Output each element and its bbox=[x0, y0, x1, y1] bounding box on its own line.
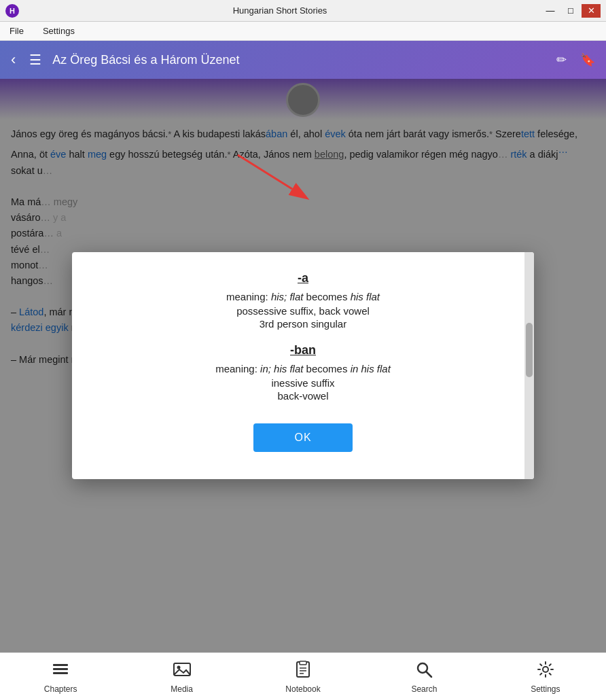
svg-rect-2 bbox=[53, 664, 68, 666]
chapters-icon bbox=[51, 660, 70, 682]
menu-bar: File Settings bbox=[0, 22, 606, 41]
meaning-a-word: his; flat bbox=[271, 291, 304, 302]
nav-search-label: Search bbox=[411, 684, 437, 694]
notebook-icon bbox=[293, 660, 313, 682]
svg-point-14 bbox=[543, 667, 548, 672]
nav-search[interactable]: Search bbox=[363, 656, 484, 698]
menu-file[interactable]: File bbox=[5, 24, 28, 37]
nav-settings-label: Settings bbox=[531, 684, 560, 694]
window-title: Hungarian Short Stories bbox=[19, 5, 541, 16]
desc-ban-2: back-vowel bbox=[99, 390, 507, 402]
search-icon bbox=[414, 660, 433, 682]
annotation-arrow bbox=[231, 148, 313, 203]
app-toolbar: ‹ ☰ Az Öreg Bácsi és a Három Üzenet ✏ 🔖 bbox=[0, 41, 606, 79]
svg-line-13 bbox=[426, 671, 431, 677]
pencil-icon[interactable]: ✏ bbox=[554, 50, 569, 70]
suffix-ban: -ban bbox=[99, 343, 507, 357]
meaning-ban-word: in; his flat bbox=[260, 363, 303, 374]
svg-rect-8 bbox=[300, 661, 306, 665]
nav-notebook[interactable]: Notebook bbox=[243, 656, 363, 698]
settings-icon bbox=[536, 660, 555, 682]
suffix-a: -a bbox=[99, 271, 507, 285]
close-button[interactable]: ✕ bbox=[582, 4, 601, 18]
svg-point-6 bbox=[177, 665, 180, 669]
back-button[interactable]: ‹ bbox=[8, 48, 18, 71]
title-bar: H Hungarian Short Stories — □ ✕ bbox=[0, 0, 606, 22]
nav-chapters[interactable]: Chapters bbox=[0, 656, 121, 698]
nav-settings[interactable]: Settings bbox=[485, 656, 606, 698]
hamburger-icon[interactable]: ☰ bbox=[26, 49, 44, 71]
bookmark-icon[interactable]: 🔖 bbox=[577, 50, 598, 70]
nav-media-label: Media bbox=[171, 684, 193, 694]
dialog-section-ban: -ban meaning: in; his flat becomes in hi… bbox=[99, 343, 507, 402]
desc-a-2: 3rd person singular bbox=[99, 318, 507, 330]
dialog-section-a: -a meaning: his; flat becomes his flat p… bbox=[99, 271, 507, 330]
svg-rect-5 bbox=[174, 663, 190, 676]
scrollbar-thumb[interactable] bbox=[526, 323, 533, 377]
maximize-button[interactable]: □ bbox=[561, 4, 580, 18]
window-controls: — □ ✕ bbox=[541, 4, 601, 18]
nav-chapters-label: Chapters bbox=[44, 684, 77, 694]
grammar-dialog: -a meaning: his; flat becomes his flat p… bbox=[72, 252, 534, 479]
menu-settings[interactable]: Settings bbox=[39, 24, 79, 37]
svg-line-1 bbox=[238, 155, 292, 189]
content-area: János egy öreg és magányos bácsi.* A kis… bbox=[0, 79, 606, 652]
page-title: Az Öreg Bácsi és a Három Üzenet bbox=[52, 53, 546, 67]
meaning-ban: meaning: in; his flat becomes in his fla… bbox=[99, 363, 507, 374]
meaning-ban-result: in his flat bbox=[351, 363, 391, 374]
svg-rect-3 bbox=[53, 668, 68, 670]
svg-rect-4 bbox=[53, 672, 68, 674]
desc-ban-1: inessive suffix bbox=[99, 377, 507, 389]
dialog-scrollbar[interactable] bbox=[524, 252, 534, 479]
media-icon bbox=[173, 660, 192, 682]
dialog-content: -a meaning: his; flat becomes his flat p… bbox=[72, 252, 534, 479]
meaning-a-result: his flat bbox=[351, 291, 380, 302]
app-logo: H bbox=[5, 4, 19, 18]
minimize-button[interactable]: — bbox=[541, 4, 560, 18]
ok-button[interactable]: OK bbox=[253, 423, 352, 452]
nav-notebook-label: Notebook bbox=[285, 684, 320, 694]
nav-media[interactable]: Media bbox=[121, 656, 242, 698]
meaning-a: meaning: his; flat becomes his flat bbox=[99, 291, 507, 302]
desc-a-1: possessive suffix, back vowel bbox=[99, 305, 507, 317]
bottom-nav: Chapters Media Notebook bbox=[0, 652, 606, 700]
dialog-overlay: -a meaning: his; flat becomes his flat p… bbox=[0, 79, 606, 652]
dialog-ok-area: OK bbox=[99, 415, 507, 466]
